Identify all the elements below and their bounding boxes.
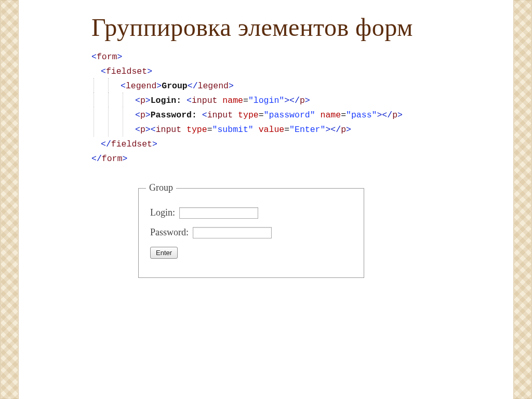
- val-enter: "Enter": [289, 125, 325, 135]
- tag-p-1: p: [140, 96, 145, 105]
- preview: Group Login: Password: Enter: [138, 188, 364, 278]
- legend-text: Group: [162, 81, 188, 91]
- tag-p-2c: p: [392, 110, 397, 120]
- tag-input-3: input: [156, 125, 182, 135]
- password-row: Password:: [150, 227, 352, 238]
- login-input[interactable]: [179, 207, 258, 219]
- tag-p-3c: p: [341, 125, 346, 135]
- slide-title: Группировка элементов форм: [91, 12, 513, 43]
- tag-form-open: form: [97, 52, 117, 62]
- tag-p-2: p: [140, 110, 145, 120]
- login-row: Login:: [150, 207, 352, 219]
- attr-type-2: type: [238, 110, 259, 120]
- password-input[interactable]: [193, 227, 272, 238]
- login-text: Login:: [151, 96, 187, 105]
- tag-legend-close: legend: [198, 81, 229, 91]
- tag-form-close: form: [102, 154, 123, 164]
- tag-input-1: input: [192, 96, 218, 105]
- tag-fieldset-close: fieldset: [111, 139, 152, 149]
- val-login: "login": [248, 96, 284, 105]
- decor-left: [0, 0, 19, 399]
- fieldset-box: Group Login: Password: Enter: [138, 188, 364, 278]
- decor-right: [513, 0, 532, 399]
- slide-content: Группировка элементов форм <form> <field…: [19, 0, 513, 399]
- tag-fieldset-open: fieldset: [106, 66, 147, 76]
- code-block: <form> <fieldset> <legend>Group</legend>…: [91, 50, 513, 166]
- password-text: Password:: [151, 110, 202, 120]
- val-password: "password": [264, 110, 315, 120]
- attr-name-2: name: [321, 110, 341, 120]
- login-label: Login:: [150, 207, 175, 218]
- attr-value-3: value: [259, 125, 285, 135]
- tag-input-2: input: [207, 110, 233, 120]
- tag-legend-open: legend: [126, 81, 156, 91]
- slide: Группировка элементов форм <form> <field…: [0, 0, 532, 399]
- password-label: Password:: [150, 227, 189, 238]
- tag-p-1c: p: [300, 96, 305, 105]
- submit-row: Enter: [150, 247, 352, 259]
- legend-label: Group: [146, 182, 176, 193]
- submit-button[interactable]: Enter: [150, 247, 178, 259]
- attr-name-1: name: [222, 96, 243, 105]
- attr-type-3: type: [187, 125, 207, 135]
- val-pass: "pass": [346, 110, 377, 120]
- val-submit: "submit": [212, 125, 254, 135]
- tag-p-3: p: [140, 125, 145, 135]
